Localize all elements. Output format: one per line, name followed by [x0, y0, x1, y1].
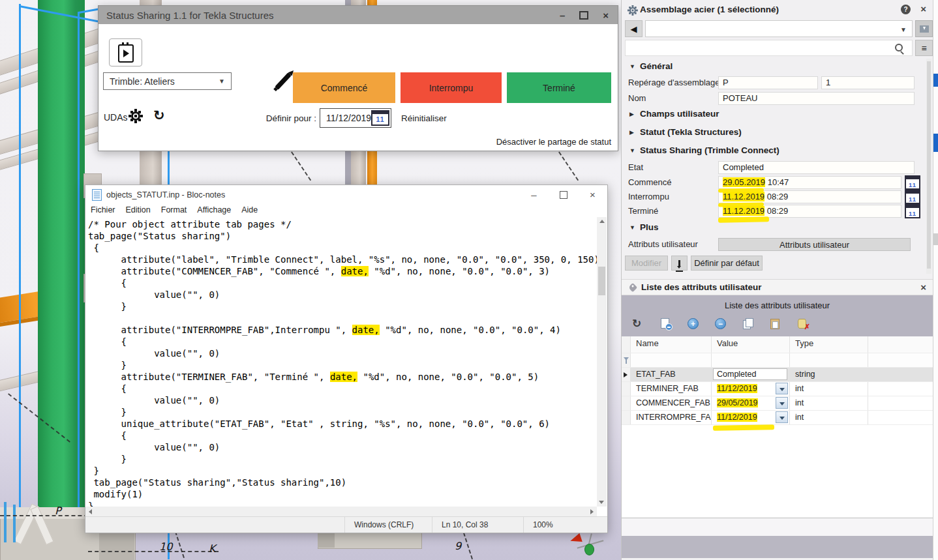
close-icon[interactable]: ×	[603, 10, 609, 21]
user-attributes-button[interactable]: Attributs utilisateur	[718, 238, 911, 251]
scroll-down-icon[interactable]	[599, 501, 604, 504]
column-header-value[interactable]: Value	[712, 336, 790, 353]
settings-file-dropdown[interactable]: ▼	[645, 20, 913, 37]
table-row[interactable]: COMMENCER_FAB29/05/2019int	[622, 396, 933, 411]
back-button[interactable]: ◀	[625, 20, 643, 37]
menu-format[interactable]: Format	[156, 204, 192, 217]
attribute-name-cell[interactable]: TERMINER_FAB	[631, 382, 712, 396]
section-toggle-icon[interactable]: ▶	[629, 129, 634, 136]
scrollbar-thumb[interactable]	[927, 61, 931, 269]
etat-input[interactable]: Completed	[718, 161, 915, 174]
attribute-value-cell[interactable]: 11/12/2019	[712, 411, 790, 424]
table-row[interactable]: INTERROMPRE_FAB11/12/2019int	[622, 411, 933, 425]
gear-icon[interactable]	[129, 109, 143, 123]
set-default-button[interactable]: Définir par défaut	[691, 256, 763, 271]
dock-marker	[933, 134, 938, 152]
code-line: unique_attribute("ETAT_FAB", "Etat" , st…	[88, 418, 597, 430]
maximize-icon[interactable]	[579, 11, 588, 20]
paste-icon[interactable]	[769, 317, 781, 329]
reset-link[interactable]: Réinitialiser	[401, 113, 447, 123]
options-menu-button[interactable]: ≡	[915, 40, 933, 56]
menu-affichage[interactable]: Affichage	[192, 204, 236, 217]
share-video-button[interactable]	[109, 38, 142, 66]
modify-button[interactable]: Modifier	[625, 256, 668, 271]
refresh-icon[interactable]: ↻	[632, 317, 644, 329]
uda-label: Attributs utilisateur	[628, 239, 698, 249]
notepad-window: objects_STATUT.inp - Bloc-notes – × Fich…	[85, 184, 608, 533]
close-icon[interactable]: ×	[578, 185, 607, 204]
assembly-mark-prefix-input[interactable]: P	[718, 76, 818, 89]
close-icon[interactable]: ×	[920, 282, 926, 293]
horizontal-scrollbar[interactable]	[85, 507, 597, 516]
add-icon[interactable]: +	[687, 317, 699, 329]
menu-edition[interactable]: Edition	[121, 204, 156, 217]
scrollbar-thumb[interactable]	[598, 267, 605, 295]
section-user-fields[interactable]: Champs utilisateur	[640, 109, 719, 119]
menu-aide[interactable]: Aide	[236, 204, 263, 217]
delete-icon[interactable]: ✗	[796, 317, 808, 329]
minimize-icon[interactable]: –	[560, 10, 565, 21]
value-editor[interactable]: Completed	[713, 368, 787, 380]
value-dropdown[interactable]	[776, 397, 788, 409]
status-sharing-dialog: Status Sharing 1.1 for Tekla Structures …	[98, 5, 618, 151]
value-dropdown[interactable]	[776, 383, 788, 394]
scroll-right-icon[interactable]	[590, 509, 594, 514]
section-toggle-icon[interactable]: ▶	[629, 111, 634, 117]
section-status-sharing[interactable]: Status Sharing (Trimble Connect)	[640, 145, 779, 155]
status-date-input[interactable]: 11.12.2019 08:29	[718, 205, 901, 218]
search-input[interactable]	[625, 40, 913, 56]
copy-icon[interactable]	[742, 317, 753, 329]
remove-page-icon[interactable]	[659, 317, 671, 329]
disable-status-sharing-link[interactable]: Désactiver le partage de statut	[496, 137, 611, 147]
maximize-icon[interactable]	[549, 185, 578, 204]
section-toggle-icon[interactable]: ▼	[629, 224, 635, 231]
status-button-interrompu[interactable]: Interrompu	[401, 72, 502, 103]
calendar-picker-button[interactable]: 11	[905, 175, 920, 190]
dialog-titlebar[interactable]: Status Sharing 1.1 for Tekla Structures …	[98, 6, 618, 24]
notepad-titlebar[interactable]: objects_STATUT.inp - Bloc-notes – ×	[85, 185, 607, 204]
column-header-name[interactable]: Name	[631, 336, 712, 353]
pencil-icon[interactable]	[275, 72, 292, 90]
calendar-picker-button[interactable]: 11	[905, 190, 920, 204]
status-button-termine[interactable]: Terminé	[507, 72, 611, 103]
menu-fichier[interactable]: Fichier	[85, 204, 121, 217]
section-status-tekla[interactable]: Statut (Tekla Structures)	[640, 127, 742, 137]
vertical-scrollbar[interactable]	[597, 217, 607, 507]
table-row[interactable]: TERMINER_FAB11/12/2019int	[622, 382, 933, 396]
value-dropdown[interactable]	[776, 411, 788, 423]
section-general[interactable]: Général	[640, 61, 673, 71]
calendar-picker-button[interactable]: 11	[371, 110, 389, 126]
status-date-input[interactable]: 29.05.2019 10:47	[718, 176, 901, 189]
section-plus[interactable]: Plus	[640, 222, 659, 232]
help-icon[interactable]: ?	[901, 5, 911, 14]
column-header-type[interactable]: Type	[790, 336, 868, 353]
close-icon[interactable]: ×	[920, 3, 926, 14]
calendar-picker-button[interactable]: 11	[905, 204, 920, 218]
attribute-value-cell[interactable]: 29/05/2019	[712, 396, 790, 410]
refresh-icon[interactable]: ↻	[153, 108, 165, 123]
attribute-value-cell[interactable]: Completed	[712, 368, 790, 381]
section-toggle-icon[interactable]: ▼	[629, 147, 635, 154]
status-button-commence[interactable]: Commencé	[293, 72, 395, 103]
section-toggle-icon[interactable]: ▼	[629, 63, 635, 70]
name-input[interactable]: POTEAU	[718, 92, 915, 105]
attribute-name-cell[interactable]: INTERROMPRE_FAB	[631, 411, 712, 424]
scroll-up-icon[interactable]	[599, 220, 605, 223]
panel-scrollbar[interactable]	[926, 59, 931, 274]
attribute-name-cell[interactable]: ETAT_FAB	[631, 368, 712, 381]
attribute-name-cell[interactable]: COMMENCER_FAB	[631, 396, 712, 410]
status-date-input[interactable]: 11.12.2019 08:29	[718, 190, 901, 203]
copy-properties-button[interactable]	[671, 256, 688, 271]
table-row[interactable]: ETAT_FABCompletedstring	[622, 368, 933, 382]
notepad-text-area[interactable]: /* Pour object attribute tab pages */tab…	[85, 217, 597, 507]
attribute-value-cell[interactable]: 11/12/2019	[712, 382, 790, 396]
code-line: attribute("INTERROMPRE_FAB",Interrompu "…	[88, 324, 597, 336]
remove-icon[interactable]: −	[714, 317, 726, 329]
scroll-left-icon[interactable]	[89, 509, 92, 514]
assembly-mark-number-input[interactable]: 1	[821, 76, 915, 89]
apply-button[interactable]	[915, 20, 933, 37]
etat-label: Etat	[628, 162, 643, 172]
status-set-dropdown[interactable]: Trimble: Ateliers ▼	[103, 72, 232, 90]
minimize-icon[interactable]: –	[519, 185, 549, 204]
table-filter-row[interactable]	[622, 353, 933, 368]
